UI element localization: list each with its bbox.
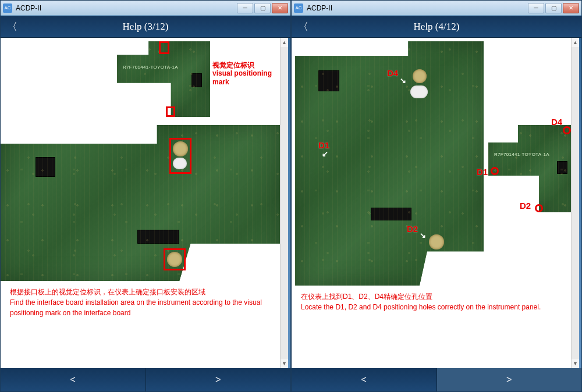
hole-d2 — [429, 234, 444, 250]
board-label: R7F701441-TOYOTA-1A — [123, 65, 178, 70]
caption-en: Locate the D1, D2 and D4 positioning hol… — [301, 302, 570, 312]
arrow-d1: ↙ — [322, 149, 328, 158]
mark-box-lower — [164, 248, 186, 270]
page-title: Help (4/12) — [292, 21, 581, 33]
caption-cn: 根据接口板上的视觉定位标识，在仪表上确定接口板安装的区域 — [10, 287, 279, 297]
minimize-button[interactable]: ─ — [237, 3, 253, 13]
arrow-d2: ↘ — [420, 231, 426, 240]
diagram: R7F701441-TOYOTA-1A 视觉定位标识 visual positi… — [1, 38, 288, 317]
prev-button[interactable]: < — [292, 368, 437, 391]
caption-cn: 在仪表上找到D1、D2、D4精确定位孔位置 — [301, 291, 570, 302]
label-d1-small: D1 — [477, 167, 488, 177]
scroll-up-icon[interactable]: ▲ — [572, 38, 579, 47]
window-left: AC ACDP-II ─ ▢ ✕ 〈 Help (3/12) R7F701441… — [0, 0, 291, 392]
app-icon: AC — [3, 3, 12, 13]
hole-d4 — [413, 69, 427, 83]
label-d2: D2 — [407, 224, 418, 234]
window-title: ACDP-II — [16, 4, 237, 12]
label-d4-small: D4 — [551, 117, 562, 127]
hole-d4-white — [410, 85, 428, 98]
mark-box-upper — [169, 138, 191, 174]
next-button[interactable]: > — [146, 368, 291, 391]
maximize-button[interactable]: ▢ — [254, 3, 271, 13]
interface-board: R7F701441-TOYOTA-1A — [488, 125, 576, 212]
caption: 根据接口板上的视觉定位标识，在仪表上确定接口板安装的区域 Find the in… — [10, 287, 279, 318]
content-area: D4 ↘ D1 ↙ D2 ↘ R7F701441-TOYOTA-1A D4 D1… — [292, 38, 579, 368]
mark-d4-small — [563, 126, 571, 134]
close-button[interactable]: ✕ — [563, 3, 579, 13]
mark-d2-small — [535, 204, 543, 212]
instrument-board — [1, 125, 280, 281]
scroll-up-icon[interactable]: ▲ — [281, 38, 288, 47]
mark-d1-small — [491, 167, 499, 175]
scrollbar[interactable]: ▲ ▼ — [280, 38, 288, 368]
scrollbar[interactable]: ▲ ▼ — [571, 38, 579, 368]
app-header: 〈 Help (3/12) — [1, 16, 290, 38]
board-label: R7F701441-TOYOTA-1A — [494, 152, 549, 157]
maximize-button[interactable]: ▢ — [545, 3, 562, 13]
mark-box-mid — [166, 106, 175, 117]
app-header: 〈 Help (4/12) — [292, 16, 581, 38]
mark-box-top — [159, 41, 169, 54]
minimize-button[interactable]: ─ — [528, 3, 544, 13]
titlebar[interactable]: AC ACDP-II ─ ▢ ✕ — [292, 1, 581, 16]
app-icon: AC — [294, 3, 303, 13]
scroll-down-icon[interactable]: ▼ — [572, 359, 579, 368]
next-button[interactable]: > — [437, 368, 582, 391]
label-d4: D4 — [387, 68, 398, 79]
titlebar[interactable]: AC ACDP-II ─ ▢ ✕ — [1, 1, 290, 16]
page-title: Help (3/12) — [1, 21, 290, 33]
window-right: AC ACDP-II ─ ▢ ✕ 〈 Help (4/12) D4 ↘ D1 ↙ — [291, 0, 582, 392]
footer-nav: < > — [292, 368, 581, 391]
caption: 在仪表上找到D1、D2、D4精确定位孔位置 Locate the D1, D2 … — [301, 291, 570, 312]
diagram: D4 ↘ D1 ↙ D2 ↘ R7F701441-TOYOTA-1A D4 D1… — [292, 38, 579, 317]
window-controls: ─ ▢ ✕ — [528, 3, 579, 13]
footer-nav: < > — [1, 368, 290, 391]
window-controls: ─ ▢ ✕ — [237, 3, 288, 13]
arrow-d4: ↘ — [400, 76, 406, 85]
back-icon[interactable]: 〈 — [292, 20, 315, 34]
content-area: R7F701441-TOYOTA-1A 视觉定位标识 visual positi… — [1, 38, 288, 368]
prev-button[interactable]: < — [1, 368, 146, 391]
back-icon[interactable]: 〈 — [1, 20, 24, 34]
scroll-down-icon[interactable]: ▼ — [281, 359, 288, 368]
caption-en: Find the interface board installation ar… — [10, 297, 279, 318]
close-button[interactable]: ✕ — [272, 3, 288, 13]
label-d2-small: D2 — [520, 201, 531, 211]
vp-mark-label: 视觉定位标识 visual positioning mark — [212, 61, 288, 86]
window-title: ACDP-II — [307, 4, 528, 12]
